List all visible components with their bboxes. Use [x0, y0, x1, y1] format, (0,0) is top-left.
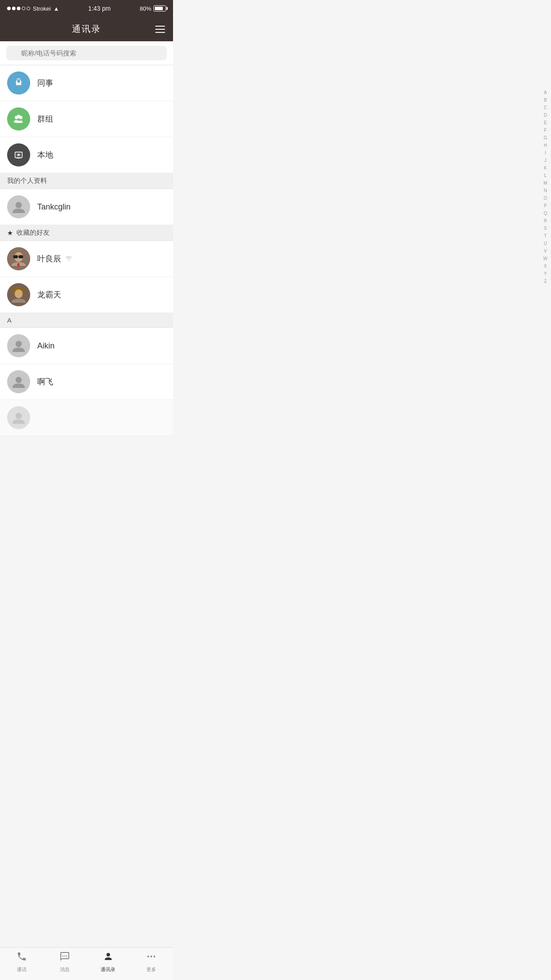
status-time: 1:43 pm	[88, 5, 111, 12]
contacts-label: 通讯录	[101, 966, 115, 973]
tab-messages[interactable]: 消息	[43, 951, 87, 973]
wifi-icon: ▲	[53, 5, 59, 12]
svg-point-21	[16, 377, 22, 383]
favorites-label: 收藏的好友	[16, 229, 50, 237]
calls-label: 通话	[17, 966, 27, 973]
signal-dot-3	[17, 7, 20, 10]
svg-point-7	[18, 154, 20, 156]
svg-point-25	[66, 956, 67, 956]
svg-point-29	[153, 956, 155, 957]
svg-rect-15	[17, 263, 20, 267]
online-icon	[65, 255, 73, 263]
local-label: 本地	[37, 150, 53, 160]
svg-point-16	[68, 260, 70, 261]
section-a-header: A	[0, 313, 173, 328]
svg-point-4	[17, 115, 20, 118]
my-profile-section: 我的个人资料	[0, 173, 173, 189]
contact-ye-avatar	[7, 247, 30, 270]
svg-point-28	[150, 956, 152, 957]
svg-point-9	[16, 202, 22, 208]
signal-dot-4	[22, 7, 25, 10]
svg-rect-8	[17, 158, 20, 158]
svg-point-22	[16, 413, 22, 419]
svg-point-23	[63, 956, 63, 956]
svg-point-19	[15, 289, 23, 298]
contact-afei-avatar	[7, 370, 30, 393]
contact-afei-name: 啊飞	[37, 376, 53, 387]
contact-long-avatar	[7, 283, 30, 306]
messages-label: 消息	[60, 966, 70, 973]
contact-partial-avatar	[7, 406, 30, 429]
page-title: 通讯录	[72, 23, 101, 35]
local-item[interactable]: 本地	[0, 137, 173, 173]
contact-aikin-name: Aikin	[37, 341, 55, 351]
contact-long-name: 龙霸天	[37, 289, 61, 300]
more-label: 更多	[146, 966, 156, 973]
battery-fill	[155, 7, 163, 10]
contact-afei[interactable]: 啊飞	[0, 364, 173, 400]
contact-partial[interactable]	[0, 400, 173, 436]
svg-point-27	[147, 956, 149, 957]
contact-long[interactable]: 龙霸天	[0, 277, 173, 313]
local-avatar	[7, 143, 30, 166]
menu-button[interactable]	[155, 26, 165, 33]
groups-avatar	[7, 107, 30, 130]
tab-contacts[interactable]: 通讯录	[87, 951, 130, 973]
svg-point-20	[16, 341, 22, 347]
my-profile-item[interactable]: Tankcglin	[0, 189, 173, 225]
svg-rect-12	[13, 255, 18, 258]
contact-ye-name: 叶良辰	[37, 253, 61, 264]
my-profile-label: 我的个人资料	[7, 177, 47, 185]
svg-point-1	[17, 80, 20, 83]
contact-aikin-avatar	[7, 334, 30, 357]
header: 通讯录	[0, 17, 173, 41]
star-icon: ★	[7, 229, 13, 237]
search-bar: 🔍	[0, 41, 173, 65]
signal-dot-5	[27, 7, 30, 10]
signal-dot-2	[12, 7, 16, 10]
search-input[interactable]	[6, 46, 167, 60]
favorites-section: ★ 收藏的好友	[0, 225, 173, 241]
my-profile-name: Tankcglin	[37, 202, 71, 212]
groups-item[interactable]: 群组	[0, 101, 173, 137]
status-left: Strokei ▲	[7, 5, 59, 12]
colleagues-item[interactable]: 同事	[0, 65, 173, 101]
groups-label: 群组	[37, 114, 53, 124]
svg-rect-13	[19, 255, 23, 258]
status-right: 80%	[140, 5, 166, 12]
tab-bar: 通话 消息 通讯录 更多	[0, 947, 173, 980]
battery-label: 80%	[140, 5, 151, 12]
contact-aikin[interactable]: Aikin	[0, 328, 173, 364]
battery-bar	[153, 5, 166, 12]
svg-point-26	[106, 953, 110, 956]
signal-dots	[7, 7, 30, 10]
signal-dot-1	[7, 7, 11, 10]
tab-calls[interactable]: 通话	[0, 951, 43, 973]
chat-icon	[59, 951, 70, 964]
my-profile-avatar	[7, 195, 30, 218]
more-icon	[146, 951, 157, 964]
tab-more[interactable]: 更多	[130, 951, 173, 973]
content-area: 同事 群组 本地 我的个人资料	[0, 65, 173, 471]
colleagues-avatar	[7, 71, 30, 95]
section-a-label: A	[7, 316, 12, 324]
menu-line-1	[155, 26, 165, 27]
contact-ye[interactable]: 叶良辰	[0, 241, 173, 277]
svg-point-24	[64, 956, 65, 956]
menu-line-2	[155, 29, 165, 30]
status-bar: Strokei ▲ 1:43 pm 80%	[0, 0, 173, 17]
colleagues-label: 同事	[37, 78, 53, 88]
menu-line-3	[155, 32, 165, 33]
carrier-label: Strokei	[33, 5, 51, 12]
phone-icon	[16, 951, 27, 964]
contacts-icon	[103, 951, 114, 964]
search-wrap: 🔍	[6, 46, 167, 60]
